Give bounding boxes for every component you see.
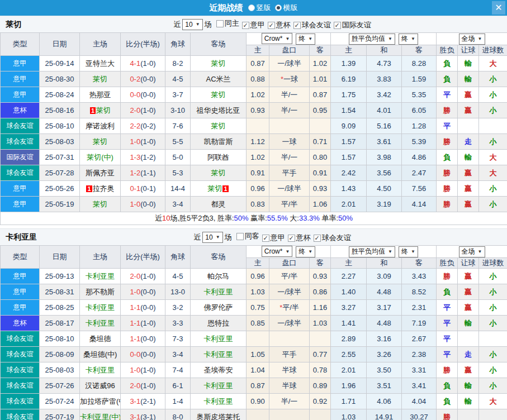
date-cell: 25-08-25 — [40, 300, 80, 316]
league-type-cell: 球会友谊 — [1, 134, 40, 150]
avg-away-cell: 2.67 — [402, 331, 437, 347]
away-team-cell: 莱切 — [191, 165, 247, 181]
checkbox-icon: ✓ — [242, 22, 249, 29]
filter-checkbox-checked[interactable]: ✓意甲 — [262, 233, 285, 243]
home-team-cell: 热那亚 — [80, 87, 121, 103]
filter-checkbox-checked[interactable]: ✓意杯 — [268, 20, 291, 30]
filter-checkbox-checked[interactable]: ✓球会友谊 — [314, 233, 351, 243]
team-label: 莱切 — [211, 122, 226, 130]
layout-radio-unchecked[interactable]: 竖版 — [248, 3, 271, 13]
handicap-cell: 平/半 — [269, 269, 310, 284]
avg-home-cell: 1.54 — [331, 103, 367, 118]
halftime-score: (3-1) — [140, 413, 155, 420]
fulltime-score: 1-1 — [130, 303, 140, 312]
date-cell: 25-08-10 — [40, 118, 80, 134]
handicap-result-cell: 輸 — [458, 71, 479, 87]
avg-home-cell: 2.01 — [331, 197, 367, 212]
handicap-result-cell: 贏 — [458, 197, 479, 212]
league-type-cell: 意甲 — [1, 56, 40, 71]
away-team-cell: 卡利亚里 — [191, 331, 247, 347]
team-label: 恩特拉 — [207, 319, 229, 327]
corner-cell: 3-4 — [165, 197, 191, 212]
fulltime-score: 2-0 — [130, 381, 140, 390]
col-away: 客场 — [191, 33, 247, 56]
team-label: 卡利亚里 — [204, 350, 233, 359]
summary-segment: 近 — [155, 214, 162, 222]
score-cell: 0-2(0-0) — [121, 71, 165, 87]
avg-away-cell: 2.47 — [402, 165, 437, 181]
date-cell: 25-08-09 — [40, 347, 80, 362]
filter-checkbox-checked[interactable]: ✓意甲 — [242, 20, 265, 30]
filter-checkbox-unchecked[interactable]: 同主 — [216, 18, 239, 28]
layout-radio-checked[interactable]: 横版 — [275, 3, 298, 13]
league-type-cell: 球会友谊 — [1, 394, 40, 409]
chevron-down-icon: ▼ — [388, 36, 392, 41]
odds-source-select[interactable]: Crow*▼ — [262, 33, 293, 44]
team-label: 卡利亚里 — [86, 303, 115, 312]
filter-matches-label: 场 — [205, 20, 212, 30]
avg-draw-cell: 4.01 — [367, 103, 402, 118]
league-type-cell: 意甲 — [1, 181, 40, 197]
handicap-cell: 一/球半 — [269, 181, 310, 197]
goals-result-cell: 大 — [479, 394, 507, 409]
team-label: 斯佩齐亚 — [86, 169, 115, 177]
fulltime-value: 全场 — [462, 34, 475, 44]
handicap-result-cell: 輸 — [458, 378, 479, 394]
date-cell: 25-08-31 — [40, 284, 80, 300]
goals-result-cell: 小 — [479, 134, 507, 150]
home-team-cell: 亚特兰大 — [80, 56, 121, 71]
halftime-score: (1-0) — [140, 106, 155, 114]
filter-checkbox-checked[interactable]: ✓国际友谊 — [334, 20, 371, 30]
league-type-cell: 意甲 — [1, 300, 40, 316]
odds-away-cell: 0.93 — [310, 269, 331, 284]
col-goals: 进球数 — [479, 45, 507, 56]
league-type-cell: 球会友谊 — [1, 409, 40, 420]
odds-final-select[interactable]: 终▼ — [296, 34, 315, 45]
match-count-select[interactable]: 10▼ — [182, 19, 202, 30]
avg-away-cell: 7.56 — [402, 181, 437, 197]
filter-checkbox-unchecked[interactable]: 同客 — [236, 231, 259, 241]
corner-cell: 13-0 — [165, 284, 191, 300]
match-row: 球会友谊25-08-03卡利亚里1-0(1-0)7-4圣埃蒂安1.04半球0.7… — [1, 362, 507, 378]
rank-badge: 1 — [222, 185, 228, 192]
fulltime-select[interactable]: 全场▼ — [459, 246, 485, 257]
goals-result-cell: 小 — [479, 181, 507, 197]
checkbox-label: 意杯 — [276, 20, 291, 30]
match-count-select[interactable]: 10▼ — [202, 232, 222, 243]
chevron-down-icon: ▼ — [411, 36, 415, 41]
fulltime-select[interactable]: 全场▼ — [459, 34, 485, 45]
avg-draw-cell: 4.73 — [367, 56, 402, 71]
handicap-cell: 半/一 — [269, 150, 310, 165]
team-label: 莱切(中) — [87, 153, 113, 161]
odds-away-cell: 0.89 — [310, 378, 331, 394]
avg-odds-select[interactable]: 胜平负均值▼ — [349, 246, 395, 257]
close-button[interactable]: ✕ — [492, 1, 505, 15]
odds-final-select[interactable]: 终▼ — [296, 246, 315, 257]
col-odds-away: 客 — [310, 258, 331, 269]
chevron-down-icon: ▼ — [308, 249, 312, 254]
avg-final-select[interactable]: 终▼ — [399, 246, 418, 257]
home-team-cell: 那不勒斯 — [80, 284, 121, 300]
avg-final-select[interactable]: 终▼ — [399, 34, 418, 45]
chevron-down-icon: ▼ — [216, 235, 220, 240]
star-marker: * — [279, 303, 282, 312]
checkbox-label: 意杯 — [296, 233, 311, 243]
radio-label: 竖版 — [257, 3, 271, 13]
league-type-cell: 球会友谊 — [1, 118, 40, 134]
odds-source-select[interactable]: Crow*▼ — [262, 246, 293, 257]
avg-final-value: 终 — [401, 34, 408, 44]
avg-draw-cell: 3.26 — [367, 347, 402, 362]
summary-row: 近10场,胜5平2负3, 胜率:50% 赢率:55.5% 大:33.3% 单率:… — [1, 212, 507, 225]
team-label: 卡利亚里 — [86, 319, 115, 327]
radio-label: 横版 — [283, 3, 298, 13]
odds-away-cell: 0.91 — [310, 165, 331, 181]
summary-segment: 赢率: — [249, 214, 267, 222]
handicap-cell — [269, 331, 310, 347]
avg-draw-cell: 4.48 — [367, 316, 402, 331]
avg-odds-select[interactable]: 胜平负均值▼ — [349, 34, 395, 45]
odds-home-cell: 0.96 — [247, 181, 269, 197]
filter-checkbox-checked[interactable]: ✓意杯 — [288, 233, 311, 243]
league-type-cell: 意甲 — [1, 269, 40, 284]
avg-draw-cell: 3.19 — [367, 197, 402, 212]
filter-checkbox-checked[interactable]: ✓球会友谊 — [293, 20, 331, 30]
